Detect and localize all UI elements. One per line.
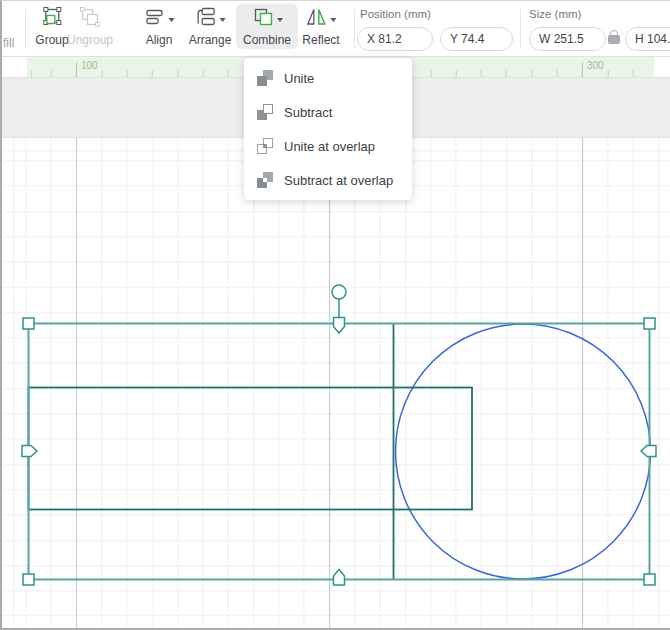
toolbar: fill Group	[2, 1, 670, 57]
combine-button-label: Combine	[243, 33, 291, 47]
combine-button[interactable]: Combine	[236, 4, 298, 49]
align-button[interactable]: Align	[137, 4, 182, 49]
menu-item-label: Unite at overlap	[284, 139, 375, 154]
chevron-down-icon	[169, 18, 175, 22]
resize-handle-top-left[interactable]	[23, 318, 34, 329]
menu-item-unite-at-overlap[interactable]: Unite at overlap	[244, 129, 412, 163]
chevron-down-icon	[330, 18, 336, 22]
position-y-input[interactable]	[440, 27, 513, 51]
canvas[interactable]	[2, 138, 670, 629]
arrange-button-label: Arrange	[189, 33, 232, 47]
ruler-label-300: 300	[587, 60, 604, 71]
position-x-input[interactable]	[357, 27, 433, 51]
ruler-label-100: 100	[81, 60, 98, 71]
arrange-button[interactable]: Arrange	[182, 4, 239, 49]
menu-item-unite[interactable]: Unite	[244, 61, 412, 95]
size-w-input[interactable]	[529, 27, 606, 51]
size-h-input[interactable]	[625, 27, 670, 51]
toolbar-separator	[354, 9, 355, 49]
arrange-icon	[194, 6, 216, 32]
menu-item-label: Subtract	[284, 105, 332, 120]
align-icon	[144, 6, 166, 32]
ungroup-button-label: Ungroup	[67, 33, 113, 47]
align-button-label: Align	[146, 33, 173, 47]
ruler-major-tick	[582, 62, 583, 77]
resize-handle-top-right[interactable]	[644, 318, 655, 329]
grid-major-line	[76, 138, 77, 629]
menu-item-subtract-at-overlap[interactable]: Subtract at overlap	[244, 163, 412, 197]
reflect-button-label: Reflect	[302, 33, 339, 47]
ungroup-icon	[79, 6, 101, 32]
grid-major-line	[582, 138, 583, 629]
chevron-down-icon	[219, 18, 225, 22]
resize-handle-bottom-right[interactable]	[644, 574, 655, 585]
menu-item-subtract[interactable]: Subtract	[244, 95, 412, 129]
position-label: Position (mm)	[360, 8, 431, 20]
lock-icon[interactable]	[608, 30, 620, 44]
menu-item-label: Unite	[284, 71, 314, 86]
resize-handle-bottom-left[interactable]	[23, 574, 34, 585]
ruler-major-tick	[76, 62, 77, 77]
grid-major-line	[329, 138, 330, 629]
reflect-button[interactable]: Reflect	[295, 4, 346, 49]
chevron-down-icon	[277, 18, 283, 22]
combine-dropdown-menu: Unite Subtract Unite at overlap Subtract…	[244, 58, 412, 200]
menu-item-label: Subtract at overlap	[284, 173, 393, 188]
fill-label-partial: fill	[3, 36, 20, 50]
reflect-icon	[305, 6, 327, 32]
combine-icon	[252, 6, 274, 32]
unite-at-overlap-icon	[257, 138, 273, 154]
rotate-handle[interactable]	[332, 285, 346, 299]
toolbar-separator	[25, 9, 26, 49]
size-label: Size (mm)	[529, 8, 581, 20]
app-window: 100 200 300 fill Group	[0, 0, 670, 630]
subtract-at-overlap-icon	[257, 172, 273, 188]
toolbar-separator	[520, 9, 521, 49]
ungroup-button[interactable]: Ungroup	[60, 4, 120, 49]
subtract-icon	[257, 104, 273, 120]
unite-icon	[257, 70, 273, 86]
